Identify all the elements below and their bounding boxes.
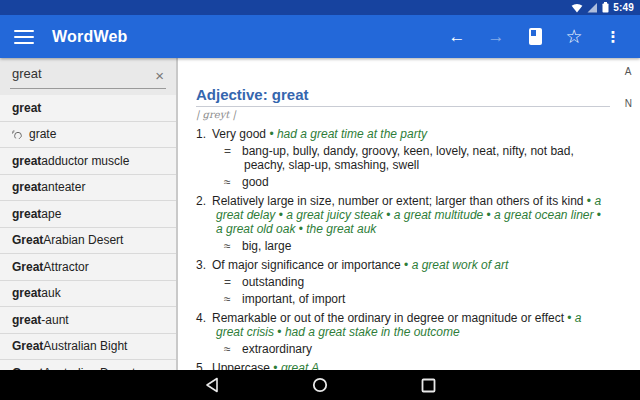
sense-list: 1.Very good • had a great time at the pa…	[196, 127, 610, 375]
nav-home-icon[interactable]	[308, 373, 332, 397]
usage-example: a great multitude	[394, 208, 483, 222]
heading-rule	[196, 106, 610, 107]
synonym-row: =outstanding	[196, 275, 610, 289]
usage-example: a great work of art	[412, 258, 509, 272]
definition-pane: Adjective: great | greyt | 1.Very good •…	[178, 58, 640, 400]
word-list-item[interactable]: Great Attractor	[0, 254, 176, 281]
synonym-row: ≈big, large	[196, 239, 610, 253]
usage-example: a great juicy steak	[286, 208, 383, 222]
index-letter-adjective[interactable]: A	[625, 66, 632, 77]
search-input[interactable]	[12, 64, 144, 84]
word-list-item[interactable]: great anteater	[0, 175, 176, 202]
sense-definition: 3.Of major significance or importance • …	[196, 258, 610, 272]
content-area: × greatgrategreat adductor musclegreat a…	[0, 58, 640, 400]
entry-heading: Adjective: great	[196, 86, 610, 103]
usage-example: the great auk	[306, 222, 376, 236]
usage-example: had a great time at the party	[277, 127, 427, 141]
wordweb-app-screen: 5:49 WordWeb ← → ☆ ⋮ × greatgrategreat a…	[0, 0, 640, 400]
word-list-item[interactable]: Great Arabian Desert	[0, 228, 176, 255]
signal-icon	[587, 2, 598, 13]
pronunciation: | greyt |	[196, 109, 610, 121]
overflow-menu-icon[interactable]: ⋮	[600, 24, 626, 50]
word-list-item[interactable]: great auk	[0, 281, 176, 308]
app-bar: WordWeb ← → ☆ ⋮	[0, 15, 640, 58]
nav-recents-icon[interactable]	[416, 373, 440, 397]
bookmarks-book-icon[interactable]	[522, 24, 548, 50]
synonym-row: =bang-up, bully, dandy, groovy, keen, lo…	[196, 144, 610, 172]
sounds-like-ear-icon	[12, 128, 24, 140]
synonym-row: ≈important, of import	[196, 292, 610, 306]
usage-example: a great old oak	[216, 222, 295, 236]
menu-icon[interactable]	[14, 30, 34, 44]
usage-example: had a great stake in the outcome	[285, 325, 460, 339]
word-list: greatgrategreat adductor musclegreat ant…	[0, 95, 176, 400]
sense-item: 2.Relatively large in size, number or ex…	[196, 194, 610, 253]
word-list-item[interactable]: great-aunt	[0, 307, 176, 334]
word-list-item[interactable]: great adductor muscle	[0, 148, 176, 175]
sense-item: 4.Remarkable or out of the ordinary in d…	[196, 311, 610, 356]
synonym-row: ≈extraordinary	[196, 342, 610, 356]
index-letter-noun[interactable]: N	[625, 98, 632, 109]
status-clock: 5:49	[613, 2, 634, 13]
nav-back-icon[interactable]	[200, 373, 224, 397]
sense-item: 1.Very good • had a great time at the pa…	[196, 127, 610, 189]
word-list-item[interactable]: great ape	[0, 201, 176, 228]
word-list-item[interactable]: grate	[0, 122, 176, 149]
sense-item: 3.Of major significance or importance • …	[196, 258, 610, 306]
sense-definition: 4.Remarkable or out of the ordinary in d…	[196, 311, 610, 339]
star-icon[interactable]: ☆	[561, 24, 587, 50]
word-sidebar: × greatgrategreat adductor musclegreat a…	[0, 58, 178, 400]
sense-definition: 2.Relatively large in size, number or ex…	[196, 194, 610, 236]
status-icons: 5:49	[571, 2, 634, 13]
app-title: WordWeb	[52, 28, 127, 46]
usage-example: a great ocean liner	[494, 208, 593, 222]
forward-arrow-icon[interactable]: →	[483, 24, 509, 50]
clear-search-icon[interactable]: ×	[155, 67, 164, 84]
search-underline	[10, 88, 166, 89]
section-index: A N	[625, 66, 632, 109]
android-nav-bar	[0, 370, 640, 400]
battery-icon	[602, 2, 609, 13]
back-arrow-icon[interactable]: ←	[444, 24, 470, 50]
status-bar: 5:49	[0, 0, 640, 15]
synonym-row: ≈good	[196, 175, 610, 189]
wifi-icon	[571, 2, 583, 13]
search-row: ×	[0, 58, 176, 95]
sense-definition: 1.Very good • had a great time at the pa…	[196, 127, 610, 141]
app-bar-actions: ← → ☆ ⋮	[444, 24, 626, 50]
word-list-item[interactable]: great	[0, 95, 176, 122]
word-list-item[interactable]: Great Australian Bight	[0, 334, 176, 361]
